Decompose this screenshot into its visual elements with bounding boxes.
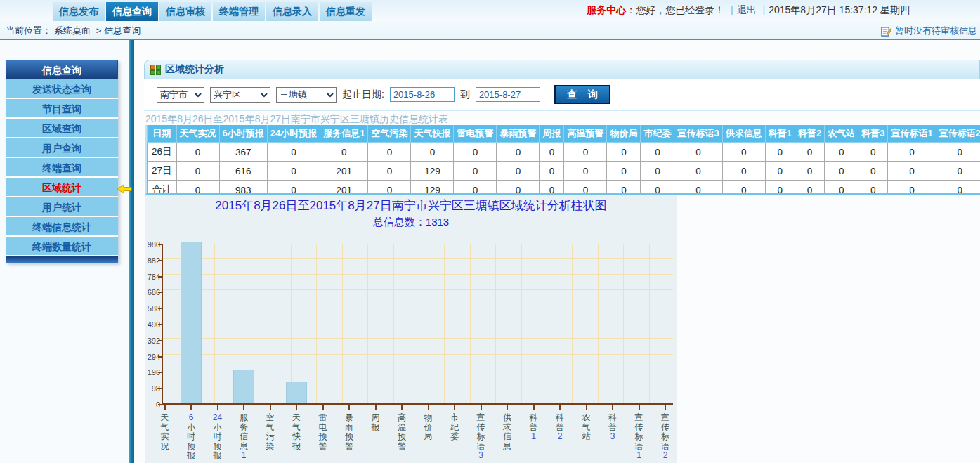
- y-axis-tick: [158, 244, 162, 245]
- tab-2[interactable]: 信息审核: [159, 2, 211, 21]
- sidebar-item-0[interactable]: 发送状态查询: [6, 79, 118, 99]
- pending-review-text: 暂时没有待审核信息: [895, 25, 977, 37]
- table-cell: 0: [674, 143, 722, 162]
- x-axis-label: 科普1: [528, 413, 540, 442]
- district-select[interactable]: 兴宁区: [210, 87, 270, 103]
- table-cell: 0: [564, 162, 607, 181]
- table-cell: 0: [540, 143, 564, 162]
- sidebar-menu: 信息查询 发送状态查询节目查询区域查询用户查询终端查询区域统计用户统计终端信息统…: [6, 60, 118, 263]
- chart-plot-area: 098196294392490588686784882980天气实况6小时预报2…: [162, 244, 673, 405]
- sidebar-item-1[interactable]: 节目查询: [6, 99, 118, 119]
- breadcrumb-desktop-link[interactable]: 系统桌面: [54, 25, 91, 36]
- tab-4[interactable]: 信息录入: [266, 2, 318, 21]
- table-cell: 0: [722, 162, 765, 181]
- table-cell: 0: [936, 181, 980, 195]
- collapse-arrow-icon[interactable]: [117, 184, 132, 194]
- sidebar-item-5[interactable]: 区域统计: [6, 178, 118, 197]
- column-header: 雷电预警: [454, 125, 497, 143]
- table-cell: 0: [497, 162, 540, 181]
- table-title: 2015年8月26日至2015年8月27日南宁市兴宁区三塘镇历史信息统计表: [145, 113, 448, 126]
- table-cell: 0: [888, 162, 936, 181]
- tab-0[interactable]: 信息发布: [53, 2, 105, 21]
- column-header: 科普1: [765, 125, 795, 143]
- x-axis-label: 6小时预报: [185, 413, 197, 461]
- panel-splitter[interactable]: [129, 40, 134, 463]
- city-select[interactable]: 南宁市: [157, 87, 204, 103]
- sidebar-item-8[interactable]: 终端数量统计: [6, 237, 118, 256]
- start-date-input[interactable]: [390, 87, 455, 102]
- sidebar-item-6[interactable]: 用户统计: [6, 197, 118, 217]
- tab-5[interactable]: 信息重发: [320, 2, 372, 21]
- gridline: [367, 244, 368, 403]
- gridline: [393, 244, 394, 403]
- table-cell: 0: [641, 143, 674, 162]
- sidebar-item-2[interactable]: 区域查询: [6, 119, 118, 138]
- table-cell: 0: [888, 143, 936, 162]
- x-axis-label: 科普2: [554, 413, 566, 442]
- y-axis-tick: [158, 308, 162, 309]
- x-axis-tick: [190, 405, 192, 410]
- bar-chart: 2015年8月26日至2015年8月27日南宁市兴宁区三塘镇区域统计分析柱状图 …: [145, 195, 677, 463]
- top-bar: 信息发布信息查询信息审核终端管理信息录入信息重发 服务中心：您好，您已经登录！ …: [0, 0, 980, 21]
- search-button[interactable]: 查 询: [554, 85, 610, 104]
- x-axis-tick: [639, 405, 640, 410]
- column-header: 暴雨预警: [497, 125, 540, 143]
- table-cell: 129: [411, 181, 454, 195]
- sidebar-item-7[interactable]: 终端信息统计: [6, 217, 118, 237]
- bar-6小时预报: [181, 242, 202, 403]
- table-cell: 0: [641, 181, 674, 195]
- end-date-input[interactable]: [476, 87, 540, 102]
- sidebar-item-4[interactable]: 终端查询: [6, 158, 118, 178]
- table-cell: 0: [540, 181, 564, 195]
- town-select[interactable]: 三塘镇: [276, 87, 337, 103]
- table-cell: 0: [411, 143, 454, 162]
- breadcrumb: 当前位置：系统桌面 >信息查询: [6, 25, 143, 37]
- x-axis-label: 24小时预报: [212, 413, 223, 461]
- page: 信息发布信息查询信息审核终端管理信息录入信息重发 服务中心：您好，您已经登录！ …: [0, 0, 980, 463]
- column-header: 供求信息: [722, 125, 765, 143]
- logout-link[interactable]: 退出: [737, 4, 757, 15]
- table-cell: 0: [607, 181, 641, 195]
- table-cell: 367: [219, 143, 267, 162]
- x-axis-label: 周报: [370, 413, 381, 432]
- table-cell: 0: [858, 143, 888, 162]
- table-cell: 0: [267, 143, 320, 162]
- table-cell: 0: [564, 181, 607, 195]
- gridline: [623, 244, 624, 403]
- table-cell: 0: [267, 162, 320, 181]
- bar-天气快报: [286, 382, 307, 403]
- tab-3[interactable]: 终端管理: [213, 2, 265, 21]
- x-axis-label: 供求信息: [502, 413, 513, 451]
- column-header: 物价局: [607, 125, 641, 143]
- column-header: 科普3: [858, 125, 888, 143]
- table-cell: 0: [607, 143, 641, 162]
- separator: |: [763, 4, 766, 15]
- tab-1[interactable]: 信息查询: [106, 2, 158, 21]
- table-cell: 0: [858, 181, 888, 195]
- y-axis-tick: [158, 260, 162, 261]
- table-cell: 0: [564, 143, 607, 162]
- statistics-table: 日期天气实况6小时预报24小时预报服务信息1空气污染天气快报雷电预警暴雨预警周报…: [147, 125, 980, 195]
- table-cell: 0: [825, 162, 858, 181]
- table-cell: 0: [454, 162, 497, 181]
- gridline: [598, 244, 599, 403]
- table-cell: 0: [368, 162, 411, 181]
- gridline: [495, 244, 496, 403]
- login-greeting: ：您好，您已经登录！: [626, 4, 724, 15]
- pending-review-notice[interactable]: 暂时没有待审核信息: [881, 25, 977, 37]
- to-label: 到: [460, 89, 470, 101]
- x-axis-label: 宣传标语2: [660, 413, 671, 461]
- statistics-table-wrap: 日期天气实况6小时预报24小时预报服务信息1空气污染天气快报雷电预警暴雨预警周报…: [145, 125, 980, 195]
- main-nav: 信息发布信息查询信息审核终端管理信息录入信息重发: [53, 2, 372, 21]
- x-axis-label: 市纪委: [449, 413, 460, 442]
- x-axis-tick: [665, 405, 666, 410]
- sidebar-item-3[interactable]: 用户查询: [6, 138, 118, 158]
- table-cell: 0: [825, 143, 858, 162]
- column-header: 宣传标语1: [888, 125, 936, 143]
- gridline: [291, 244, 292, 403]
- table-cell: 0: [936, 143, 980, 162]
- gridline: [470, 244, 471, 403]
- table-cell: 616: [219, 162, 267, 181]
- chart-subtitle: 总信息数：1313: [145, 216, 677, 229]
- x-axis-tick: [401, 405, 403, 410]
